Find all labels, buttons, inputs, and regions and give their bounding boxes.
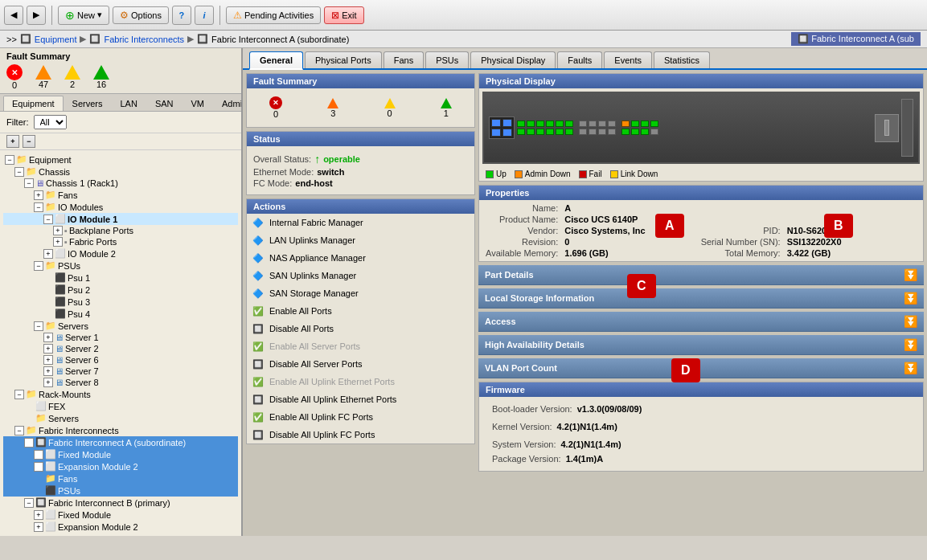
tree-item-fi-a-fans[interactable]: 📁 Fans (3, 472, 238, 484)
firmware-content: Boot-loader Version: v1.3.0(09/08/09) Ke… (479, 397, 923, 471)
tree-item-fi-b-exp2[interactable]: + ⬜ Expansion Module 2 (3, 521, 238, 533)
tree-item-rm-servers[interactable]: 📁 Servers (3, 412, 238, 424)
action-enable-all-server-ports: ✅ Enable All Server Ports (247, 337, 474, 355)
tree-item-chassis1[interactable]: − 🖥 Chassis 1 (Rack1) (3, 178, 238, 189)
tree-item-io-module-1[interactable]: − ⬜ IO Module 1 (3, 213, 238, 225)
expand-all-button[interactable]: + (6, 135, 19, 148)
tab-admin[interactable]: Admin (213, 96, 243, 111)
action-icon-enable-eth: ✅ (252, 375, 265, 388)
tree-item-fi-a-psus[interactable]: ⬛ PSUs (3, 484, 238, 497)
new-button[interactable]: ⊕ New ▾ (58, 6, 109, 25)
tree-item-psu2[interactable]: ⬛ Psu 2 (3, 284, 238, 296)
left-panel: Fault Summary ✕ 0 47 2 16 (0, 48, 243, 536)
action-nas-appliance-manager[interactable]: 🔷 NAS Appliance Manager (247, 249, 474, 267)
tab-events[interactable]: Events (604, 51, 652, 68)
fault-summary-panel-title: Fault Summary (247, 74, 474, 88)
accordion-part-details[interactable]: Part Details ⏬ (478, 265, 924, 285)
tree-item-fabric-ports[interactable]: + ▪ Fabric Ports (3, 236, 238, 247)
fault-summary-title: Fault Summary (6, 51, 235, 61)
action-disable-all-ports[interactable]: 🔲 Disable All Ports (247, 320, 474, 337)
tab-fans[interactable]: Fans (384, 51, 424, 68)
accordion-vlan-port-count[interactable]: VLAN Port Count ⏬ (478, 358, 924, 378)
action-san-uplinks-manager[interactable]: 🔷 SAN Uplinks Manager (247, 267, 474, 284)
action-lan-uplinks-manager[interactable]: 🔷 LAN Uplinks Manager (247, 231, 474, 249)
pending-activities-button[interactable]: ⚠ Pending Activities (226, 6, 321, 24)
tab-lan[interactable]: LAN (112, 96, 146, 111)
tree-item-psu4[interactable]: ⬛ Psu 4 (3, 308, 238, 320)
tree-item-server7[interactable]: + 🖥 Server 7 (3, 366, 238, 377)
tree-item-servers[interactable]: − 📁 Servers (3, 320, 238, 332)
tree-item-fi-a-exp2[interactable]: + ⬜ Expansion Module 2 (3, 460, 238, 472)
action-icon-nas: 🔷 (252, 251, 265, 264)
action-disable-all-uplink-fc[interactable]: 🔲 Disable All Uplink FC Ports (247, 426, 474, 444)
tree-item-fabric-interconnects[interactable]: − 📁 Fabric Interconnects (3, 424, 238, 436)
tree-item-psu3[interactable]: ⬛ Psu 3 (3, 296, 238, 308)
tree-item-fi-b-fixed[interactable]: + ⬜ Fixed Module (3, 509, 238, 521)
legend-up: Up (486, 170, 507, 178)
tree-item-psu1[interactable]: ⬛ Psu 1 (3, 272, 238, 284)
tab-physical-ports[interactable]: Physical Ports (305, 51, 382, 68)
firmware-title: Firmware (479, 382, 923, 397)
tab-general[interactable]: General (249, 51, 303, 70)
tree-item-backplane-ports[interactable]: + ▪ Backplane Ports (3, 225, 238, 236)
tree-item-rack-mounts[interactable]: − 📁 Rack-Mounts (3, 388, 238, 400)
rp-fault-warning: 1 (441, 98, 452, 118)
tree-item-io-modules[interactable]: − 📁 IO Modules (3, 201, 238, 213)
tree-item-fi-a-fixed[interactable]: + ⬜ Fixed Module (3, 448, 238, 460)
tree-item-fi-a[interactable]: − 🔲 Fabric Interconnect A (subordinate) (3, 436, 238, 448)
action-enable-all-uplink-fc[interactable]: ✅ Enable All Uplink FC Ports (247, 408, 474, 426)
tab-san[interactable]: SAN (146, 96, 183, 111)
part-details-chevron: ⏬ (904, 268, 917, 281)
tree-item-io-module-2[interactable]: + ⬜ IO Module 2 (3, 247, 238, 260)
tab-faults[interactable]: Faults (557, 51, 602, 68)
action-enable-all-ports[interactable]: ✅ Enable All Ports (247, 302, 474, 320)
options-button[interactable]: ⚙ Options (113, 6, 169, 24)
bc-fi-link[interactable]: Fabric Interconnects (104, 35, 184, 44)
pid-label: PID: (701, 226, 781, 235)
tree-item-psus[interactable]: − 📁 PSUs (3, 260, 238, 272)
action-icon-disable-all: 🔲 (252, 322, 265, 335)
tab-statistics[interactable]: Statistics (654, 51, 710, 68)
tree-item-server2[interactable]: + 🖥 Server 2 (3, 343, 238, 354)
action-icon-internal: 🔷 (252, 216, 265, 229)
action-internal-fabric-manager[interactable]: 🔷 Internal Fabric Manager (247, 214, 474, 231)
action-disable-all-uplink-eth[interactable]: 🔲 Disable All Uplink Ethernet Ports (247, 390, 474, 408)
tab-psus[interactable]: PSUs (425, 51, 469, 68)
exit-button[interactable]: ⊠ Exit (324, 6, 363, 24)
bc-equipment-link[interactable]: Equipment (35, 35, 77, 44)
action-disable-all-server-ports[interactable]: 🔲 Disable All Server Ports (247, 355, 474, 373)
action-san-storage-manager[interactable]: 🔷 SAN Storage Manager (247, 284, 474, 302)
tree-item-server1[interactable]: + 🖥 Server 1 (3, 332, 238, 343)
forward-button[interactable]: ▶ (27, 6, 46, 25)
tree-item-fans[interactable]: + 📁 Fans (3, 189, 238, 201)
tree-item-server6[interactable]: + 🖥 Server 6 (3, 354, 238, 366)
collapse-all-button[interactable]: − (23, 135, 35, 148)
tab-physical-display[interactable]: Physical Display (470, 51, 556, 68)
help-button[interactable]: ? (172, 6, 191, 25)
filter-select[interactable]: All (34, 115, 67, 129)
fault-warning-count: 16 (96, 80, 106, 89)
tree-item-server8[interactable]: + 🖥 Server 8 (3, 377, 238, 388)
tree-item-fi-b[interactable]: − 🔲 Fabric Interconnect B (primary) (3, 497, 238, 509)
tab-equipment[interactable]: Equipment (3, 96, 64, 111)
rp-fault-major-count: 3 (330, 108, 335, 118)
rp-fault-major: 3 (327, 98, 338, 118)
tab-vm[interactable]: VM (183, 96, 214, 111)
fault-summary-top: Fault Summary ✕ 0 47 2 16 (0, 48, 241, 94)
rp-fault-minor: 0 (384, 98, 396, 118)
tab-servers[interactable]: Servers (64, 96, 112, 111)
overall-status-row: Overall Status: ↑ operable (253, 153, 468, 166)
tree-item-chassis[interactable]: − 📁 Chassis (3, 166, 238, 178)
accordion-high-availability[interactable]: High Availability Details ⏬ (478, 335, 924, 355)
tree-item-fex[interactable]: ⬜ FEX (3, 400, 238, 412)
tree-item-equipment[interactable]: − 📁 Equipment (3, 153, 238, 166)
info-button[interactable]: i (195, 6, 214, 25)
back-button[interactable]: ◀ (4, 6, 23, 25)
tree: − 📁 Equipment − 📁 Chassis − 🖥 Chassis 1 … (0, 150, 241, 536)
properties-panel: Properties Name: A Product Name: Cisco U… (478, 185, 924, 262)
revision-value: 0 (564, 237, 694, 247)
accordion-access[interactable]: Access ⏬ (478, 312, 924, 332)
vlan-chevron: ⏬ (904, 362, 917, 374)
action-icon-lan: 🔷 (252, 234, 265, 247)
accordion-local-storage[interactable]: Local Storage Information ⏬ (478, 288, 924, 309)
